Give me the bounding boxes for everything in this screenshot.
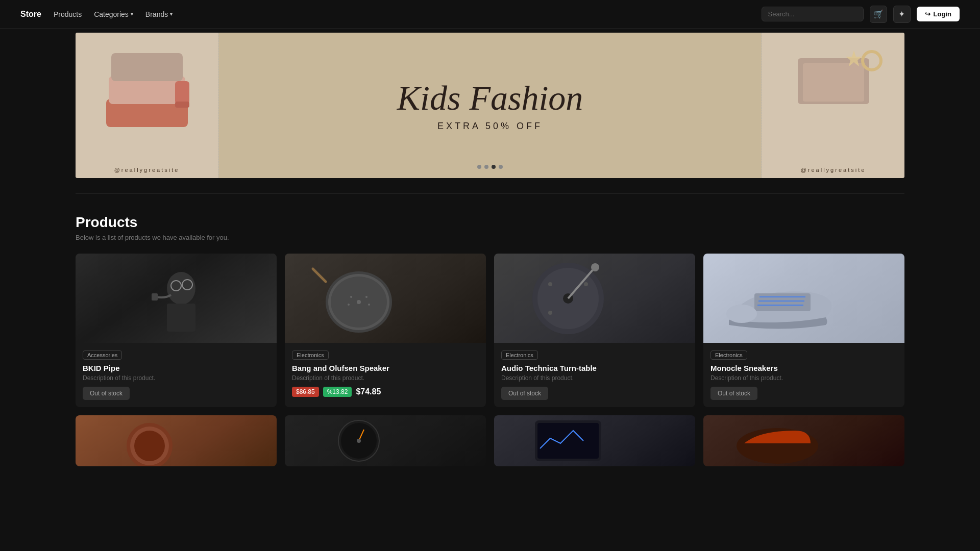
- product-card-car[interactable]: [703, 415, 904, 466]
- product-body-sneakers: Electronics Monocle Sneakers Description…: [703, 343, 904, 407]
- carousel-dot-3[interactable]: [492, 165, 496, 169]
- svg-point-21: [368, 304, 370, 306]
- product-tag: Accessories: [83, 350, 122, 360]
- chevron-down-icon: ▾: [131, 11, 133, 17]
- product-image-watch: [76, 415, 277, 466]
- nav-link-categories[interactable]: Categories ▾: [94, 10, 133, 18]
- hero-image-right: @reallygreatsite: [762, 33, 904, 178]
- product-image-speaker: [285, 254, 486, 343]
- svg-rect-43: [537, 423, 599, 459]
- svg-point-28: [584, 282, 588, 286]
- carousel-dot-2[interactable]: [484, 165, 488, 169]
- hero-banner: @reallygreatsite Kids Fashion EXTRA 50% …: [76, 33, 904, 178]
- carousel-dot-1[interactable]: [477, 165, 481, 169]
- nav-right: 🛒 ✦ ↪ Login: [762, 6, 960, 23]
- product-name: BKID Pipe: [83, 364, 270, 372]
- product-card-watch[interactable]: [76, 415, 277, 466]
- product-body-pipe: Accessories BKID Pipe Description of thi…: [76, 343, 277, 407]
- svg-point-27: [548, 282, 552, 286]
- cart-icon[interactable]: 🛒: [870, 6, 887, 23]
- hero-center: Kids Fashion EXTRA 50% OFF: [218, 69, 762, 142]
- svg-point-29: [548, 311, 552, 315]
- svg-point-26: [591, 263, 599, 271]
- out-of-stock-button[interactable]: Out of stock: [710, 387, 757, 400]
- hero-image-left: @reallygreatsite: [76, 33, 218, 178]
- navbar: Store Products Categories ▾ Brands ▾ 🛒 ✦…: [0, 0, 980, 29]
- svg-point-19: [365, 296, 368, 298]
- svg-rect-2: [111, 53, 183, 81]
- search-input[interactable]: [762, 7, 864, 21]
- product-image-car: [703, 415, 904, 466]
- product-image-turntable: [494, 254, 695, 343]
- hero-subtitle: EXTRA 50% OFF: [249, 121, 731, 132]
- hero-title: Kids Fashion: [249, 79, 731, 117]
- svg-rect-6: [803, 63, 864, 102]
- price-old: $86.85: [292, 387, 319, 397]
- product-tag: Electronics: [292, 350, 329, 360]
- products-section: Products Below is a list of products we …: [76, 214, 904, 466]
- hero-dots: [477, 165, 503, 169]
- product-desc: Description of this product.: [83, 374, 270, 382]
- nav-brand[interactable]: Store: [20, 10, 41, 19]
- product-card-tablet[interactable]: [494, 415, 695, 466]
- svg-rect-4: [175, 102, 189, 108]
- out-of-stock-button[interactable]: Out of stock: [83, 387, 130, 400]
- hero-handle-right: @reallygreatsite: [801, 167, 866, 173]
- product-name: Bang and Olufsen Speaker: [292, 364, 479, 372]
- product-image-pipe: [76, 254, 277, 343]
- login-button[interactable]: ↪ Login: [917, 7, 960, 21]
- product-name: Audio Technica Turn-table: [501, 364, 688, 372]
- svg-rect-3: [175, 81, 189, 104]
- out-of-stock-button[interactable]: Out of stock: [501, 387, 548, 400]
- section-divider: [76, 193, 904, 194]
- settings-icon[interactable]: ✦: [893, 6, 911, 23]
- product-image-tablet: [494, 415, 695, 466]
- svg-point-41: [357, 439, 361, 443]
- product-body-speaker: Electronics Bang and Olufsen Speaker Des…: [285, 343, 486, 404]
- price-discount: %13.82: [323, 387, 352, 397]
- product-card-bkid-pipe[interactable]: Accessories BKID Pipe Description of thi…: [76, 254, 277, 407]
- product-tag: Electronics: [710, 350, 747, 360]
- product-desc: Description of this product.: [710, 374, 897, 382]
- product-card-sneakers[interactable]: Electronics Monocle Sneakers Description…: [703, 254, 904, 407]
- nav-link-brands[interactable]: Brands ▾: [145, 10, 173, 18]
- login-icon: ↪: [925, 10, 930, 18]
- product-name: Monocle Sneakers: [710, 364, 897, 372]
- svg-point-34: [726, 305, 757, 323]
- products-title: Products: [76, 214, 904, 231]
- product-card-speaker[interactable]: Electronics Bang and Olufsen Speaker Des…: [285, 254, 486, 407]
- product-desc: Description of this product.: [501, 374, 688, 382]
- svg-point-37: [134, 431, 165, 461]
- nav-link-products[interactable]: Products: [54, 10, 82, 18]
- hero-handle-left: @reallygreatsite: [114, 167, 180, 173]
- svg-point-18: [350, 296, 352, 298]
- product-card-turntable[interactable]: Electronics Audio Technica Turn-table De…: [494, 254, 695, 407]
- product-image-dial: [285, 415, 486, 466]
- product-image-sneakers: [703, 254, 904, 343]
- svg-rect-10: [167, 304, 195, 332]
- products-description: Below is a list of products we have avai…: [76, 234, 904, 241]
- product-body-turntable: Electronics Audio Technica Turn-table De…: [494, 343, 695, 407]
- svg-rect-13: [152, 293, 158, 300]
- product-card-dial[interactable]: [285, 415, 486, 466]
- carousel-dot-4[interactable]: [499, 165, 503, 169]
- svg-rect-30: [754, 293, 811, 311]
- products-grid: Accessories BKID Pipe Description of thi…: [76, 254, 904, 466]
- price-row: $86.85 %13.82 $74.85: [292, 387, 479, 397]
- product-desc: Description of this product.: [292, 374, 479, 382]
- product-tag: Electronics: [501, 350, 538, 360]
- svg-point-20: [348, 304, 350, 306]
- svg-point-17: [357, 300, 361, 304]
- price-current: $74.85: [356, 387, 381, 396]
- chevron-down-icon: ▾: [170, 11, 173, 17]
